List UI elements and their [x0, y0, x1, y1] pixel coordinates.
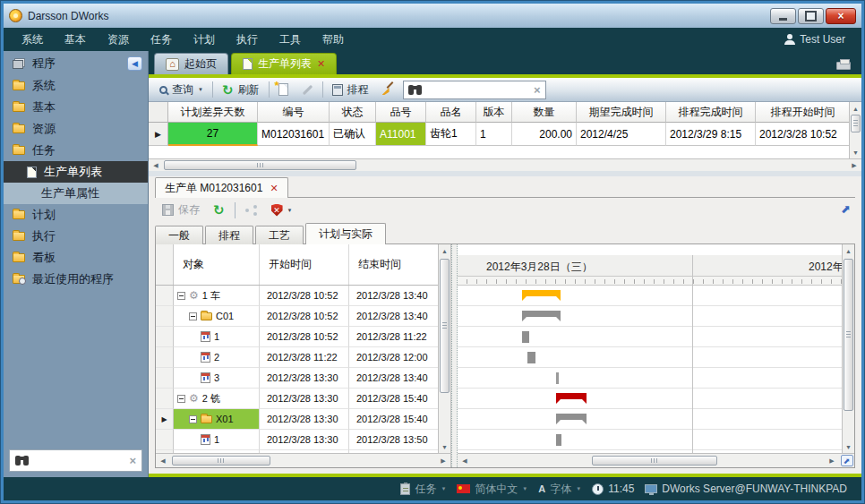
- scroll-down-icon[interactable]: ▼: [851, 147, 861, 158]
- close-tab-icon[interactable]: ✕: [317, 58, 325, 70]
- grid-header-cell[interactable]: 数量: [512, 102, 577, 123]
- menu-item[interactable]: 执行: [236, 33, 258, 46]
- scroll-up-icon[interactable]: ▲: [851, 103, 861, 114]
- sidebar-item[interactable]: 最近使用的程序: [4, 269, 148, 290]
- scroll-up-icon[interactable]: ▲: [440, 245, 450, 256]
- grid-header-cell[interactable]: 状态: [330, 102, 376, 123]
- tab-home[interactable]: ⌂起始页: [154, 53, 228, 74]
- maximize-button[interactable]: [798, 8, 824, 24]
- sidebar-item[interactable]: 任务: [4, 140, 148, 161]
- scroll-left-icon[interactable]: ◀: [150, 160, 162, 170]
- grid-cell[interactable]: 2012/3/28 10:52: [756, 123, 851, 146]
- collapse-node-icon[interactable]: [177, 395, 185, 403]
- plan-tree-row[interactable]: ▶X012012/3/28 13:302012/3/28 15:40: [156, 409, 438, 430]
- plan-tree-row[interactable]: 12012/3/28 13:302012/3/28 13:50: [156, 430, 438, 450]
- grid-horizontal-scrollbar[interactable]: ◀ ▶: [149, 158, 861, 171]
- gantt-bar[interactable]: [522, 290, 561, 301]
- gantt-popout-button[interactable]: ⬈: [841, 455, 853, 466]
- gantt-row[interactable]: [458, 327, 842, 347]
- query-dropdown-caret-icon[interactable]: ▼: [198, 87, 203, 92]
- menu-item[interactable]: 资源: [107, 33, 129, 46]
- subtab[interactable]: 排程: [205, 226, 253, 244]
- panel-splitter[interactable]: [451, 244, 458, 467]
- toolbar-search-field[interactable]: ×: [403, 81, 546, 99]
- gantt-bar[interactable]: [527, 352, 535, 363]
- grid-header-cell[interactable]: 品号: [376, 102, 426, 123]
- scroll-down-icon[interactable]: ▼: [844, 441, 853, 452]
- schedule-button[interactable]: 排程: [329, 81, 373, 99]
- plan-tree-row[interactable]: ⚙2 铣2012/3/28 13:302012/3/28 15:40: [156, 389, 438, 409]
- collapse-sidebar-button[interactable]: ◀: [127, 56, 142, 71]
- grid-header-cell[interactable]: 排程开始时间: [756, 102, 851, 123]
- gantt-bar[interactable]: [522, 311, 561, 321]
- plan-object-cell[interactable]: 2: [174, 347, 260, 368]
- grid-header-cell[interactable]: 品名: [426, 102, 476, 123]
- clean-button[interactable]: [378, 81, 398, 98]
- gantt-row[interactable]: [458, 368, 842, 389]
- save-button[interactable]: 保存: [158, 201, 203, 219]
- scroll-down-icon[interactable]: ▼: [440, 441, 450, 452]
- sidebar-item[interactable]: 系统: [4, 75, 148, 97]
- scroll-thumb[interactable]: [592, 456, 717, 466]
- scroll-left-icon[interactable]: ◀: [157, 456, 169, 466]
- plan-object-cell[interactable]: 1: [174, 430, 260, 450]
- scroll-thumb[interactable]: [844, 259, 853, 411]
- menu-item[interactable]: 系统: [21, 33, 43, 46]
- gantt-bar[interactable]: [556, 393, 587, 404]
- detail-tab[interactable]: 生产单 M012031601 ✕: [155, 177, 288, 198]
- validate-dropdown-caret-icon[interactable]: ▼: [287, 208, 293, 213]
- menu-item[interactable]: 工具: [279, 33, 301, 46]
- plan-object-cell[interactable]: C01: [174, 306, 260, 327]
- gantt-row[interactable]: [458, 409, 842, 430]
- collapse-node-icon[interactable]: [189, 415, 197, 423]
- plan-tree-row[interactable]: ⚙1 车2012/3/28 10:522012/3/28 13:40: [156, 286, 438, 306]
- plan-tree-row[interactable]: 12012/3/28 10:522012/3/28 11:22: [156, 327, 438, 347]
- status-font-menu[interactable]: A 字体 ▼: [538, 482, 581, 497]
- grid-cell[interactable]: A11001: [376, 123, 426, 146]
- plan-object-cell[interactable]: 3: [174, 368, 260, 389]
- tab-production-list[interactable]: 生产单列表✕: [231, 53, 337, 74]
- gantt-row[interactable]: [458, 347, 842, 368]
- gantt-row[interactable]: [458, 430, 842, 450]
- sidebar-item[interactable]: 计划: [4, 204, 148, 226]
- grid-row[interactable]: ▶27M012031601已确认A11001齿轮11200.002012/4/2…: [149, 123, 849, 146]
- plan-tree-row[interactable]: 32012/3/28 13:302012/3/28 13:40: [156, 368, 438, 389]
- subtab[interactable]: 一般: [155, 226, 203, 244]
- plan-tree-row[interactable]: 22012/3/28 11:222012/3/28 12:00: [156, 347, 438, 368]
- scroll-thumb[interactable]: [851, 115, 861, 132]
- gantt-row[interactable]: [458, 389, 842, 409]
- scroll-right-icon[interactable]: ▶: [437, 456, 450, 466]
- minimize-button[interactable]: [770, 8, 796, 24]
- clear-search-icon[interactable]: ×: [129, 454, 136, 467]
- grid-cell[interactable]: 齿轮1: [426, 123, 476, 146]
- plan-object-cell[interactable]: ⚙1 车: [174, 286, 260, 306]
- plan-vertical-scrollbar[interactable]: ▲ ▼: [438, 244, 450, 453]
- refresh-button[interactable]: ↻ 刷新: [218, 81, 263, 99]
- grid-header-cell[interactable]: 期望完成时间: [577, 102, 666, 123]
- scroll-thumb[interactable]: [164, 160, 356, 170]
- sidebar-item[interactable]: 看板: [4, 247, 148, 269]
- gantt-vertical-scrollbar[interactable]: ▲ ▼: [842, 244, 854, 453]
- scroll-right-icon[interactable]: ▶: [826, 456, 838, 466]
- popout-button[interactable]: ⬈: [838, 201, 853, 217]
- grid-cell[interactable]: 2012/4/25: [577, 123, 666, 146]
- new-button[interactable]: [275, 81, 292, 98]
- subtab[interactable]: 工艺: [255, 226, 304, 244]
- sidebar-item[interactable]: 生产单列表: [4, 161, 148, 183]
- grid-cell[interactable]: 200.00: [512, 123, 577, 146]
- gantt-bar[interactable]: [556, 414, 587, 424]
- grid-cell[interactable]: 1: [476, 123, 512, 146]
- validate-button[interactable]: ✕ ▼: [268, 202, 296, 218]
- gantt-bar[interactable]: [522, 331, 529, 343]
- plan-object-cell[interactable]: X01: [174, 409, 260, 430]
- status-task-menu[interactable]: 任务 ▼: [400, 482, 446, 497]
- sidebar-item[interactable]: 资源: [4, 118, 148, 140]
- plan-tree-row[interactable]: C012012/3/28 10:522012/3/28 13:40: [156, 306, 438, 327]
- scroll-right-icon[interactable]: ▶: [848, 160, 861, 170]
- menu-item[interactable]: 任务: [150, 33, 172, 46]
- subtab[interactable]: 计划与实际: [305, 223, 386, 244]
- gantt-horizontal-scrollbar[interactable]: ◀ ▶: [458, 453, 839, 467]
- sidebar-search-field[interactable]: ×: [9, 449, 142, 472]
- scroll-thumb[interactable]: [440, 259, 450, 393]
- gantt-bar[interactable]: [556, 372, 559, 384]
